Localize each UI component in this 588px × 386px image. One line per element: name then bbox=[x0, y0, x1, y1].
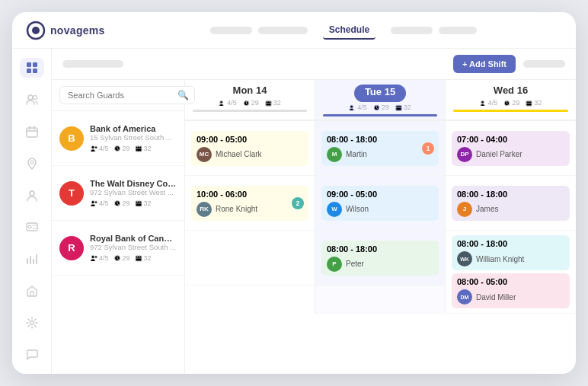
shift-avatar: J bbox=[457, 202, 472, 217]
svg-point-14 bbox=[91, 146, 94, 149]
header-left-phs bbox=[210, 27, 308, 34]
shift-avatar: MC bbox=[197, 147, 212, 162]
svg-point-23 bbox=[95, 256, 97, 258]
shift-person: W Wilson bbox=[327, 202, 433, 217]
shift-badge: 1 bbox=[422, 142, 434, 155]
shift-name: Michael Clark bbox=[216, 150, 262, 158]
shift-name: Wilson bbox=[346, 205, 369, 213]
calendar-body: 09:00 - 05:00 MC Michael Clark bbox=[185, 121, 576, 374]
shift-card[interactable]: 08:00 - 05:00 DM David Miller bbox=[452, 273, 570, 308]
logo-area: novagems bbox=[26, 21, 125, 40]
shift-cell-empty bbox=[185, 231, 315, 286]
svg-point-9 bbox=[30, 161, 34, 164]
search-wrapper: 🔍 bbox=[59, 86, 195, 104]
shift-cell: 09:00 - 05:00 MC Michael Clark bbox=[185, 121, 315, 176]
toolbar: + Add Shift bbox=[52, 49, 576, 80]
shift-time: 08:00 - 18:00 bbox=[457, 239, 564, 248]
logo-icon bbox=[26, 21, 46, 40]
shift-person: DM David Miller bbox=[457, 289, 564, 305]
svg-rect-21 bbox=[136, 201, 142, 206]
svg-point-1 bbox=[32, 27, 40, 34]
shift-card[interactable]: 08:00 - 18:00 J James bbox=[452, 186, 570, 221]
svg-point-6 bbox=[28, 95, 33, 100]
svg-point-10 bbox=[30, 191, 34, 196]
guard-avatar-3: R bbox=[59, 236, 84, 260]
add-shift-button[interactable]: + Add Shift bbox=[453, 55, 516, 73]
guard-info-1: Bank of America 15 Sylvan Street South .… bbox=[90, 124, 177, 152]
guard-info-2: The Walt Disney Com... 972 Sylvan Street… bbox=[90, 179, 177, 207]
guard-name-3: Royal Bank of Canada bbox=[90, 234, 177, 243]
shift-avatar: DM bbox=[457, 289, 472, 305]
header-ph-1 bbox=[210, 27, 252, 34]
shift-avatar: W bbox=[327, 202, 342, 217]
shift-card[interactable]: 09:00 - 05:00 W Wilson bbox=[321, 186, 439, 221]
search-bar: 🔍 bbox=[52, 80, 184, 111]
shift-time: 07:00 - 04:00 bbox=[457, 135, 564, 144]
header-ph-4 bbox=[439, 27, 477, 34]
svg-point-12 bbox=[28, 225, 31, 228]
guard-stat-guard: 4/5 bbox=[90, 145, 109, 152]
shift-time: 08:00 - 18:00 bbox=[327, 135, 433, 144]
svg-rect-25 bbox=[136, 256, 142, 261]
shift-card[interactable]: 09:00 - 05:00 MC Michael Clark bbox=[191, 131, 308, 166]
sidebar-item-person[interactable] bbox=[20, 186, 44, 206]
sidebar-item-grid[interactable] bbox=[20, 58, 44, 78]
shift-card[interactable]: 08:00 - 18:00 P Peter bbox=[321, 241, 439, 276]
header: novagems Schedule bbox=[12, 12, 576, 49]
shift-card[interactable]: 07:00 - 04:00 DP Daniel Parker bbox=[452, 131, 570, 166]
guard-name-2: The Walt Disney Com... bbox=[90, 179, 177, 188]
day-bar-wed bbox=[453, 110, 568, 112]
shift-person: MC Michael Clark bbox=[197, 147, 303, 162]
sidebar-item-home[interactable] bbox=[20, 281, 44, 301]
sidebar-item-location[interactable] bbox=[20, 154, 44, 174]
svg-rect-2 bbox=[27, 62, 31, 67]
guard-stats-2: 4/5 29 32 bbox=[90, 199, 177, 207]
day-stats-wed: 4/5 29 32 bbox=[453, 99, 568, 107]
sidebar-item-calendar[interactable] bbox=[20, 122, 44, 142]
day-header-tue: Tue 15 4/5 29 bbox=[315, 80, 446, 120]
guard-row: T The Walt Disney Com... 972 Sylvan Stre… bbox=[52, 166, 184, 221]
sidebar-item-users[interactable] bbox=[20, 90, 44, 110]
shift-cell: 08:00 - 18:00 WK William Knight bbox=[446, 231, 576, 314]
day-header-mon: Mon 14 4/5 29 bbox=[185, 80, 315, 120]
svg-point-7 bbox=[33, 95, 37, 99]
header-ph-3 bbox=[391, 27, 433, 34]
shift-cell: 10:00 - 06:00 RK Rone Knight 2 bbox=[185, 176, 315, 231]
guard-info-3: Royal Bank of Canada 972 Sylvan Street S… bbox=[90, 234, 177, 262]
day-stats-tue: 4/5 29 32 bbox=[323, 104, 437, 111]
shift-person: J James bbox=[457, 202, 564, 217]
day-column-mon: 09:00 - 05:00 MC Michael Clark bbox=[185, 121, 315, 314]
shift-cell: 08:00 - 18:00 M Martin 1 bbox=[315, 121, 445, 176]
shift-name: Peter bbox=[346, 260, 364, 268]
app-container: novagems Schedule bbox=[12, 12, 576, 374]
sidebar-item-settings[interactable] bbox=[20, 313, 44, 333]
shift-time: 09:00 - 05:00 bbox=[197, 135, 303, 144]
shift-time: 08:00 - 18:00 bbox=[327, 244, 433, 254]
shift-card[interactable]: 08:00 - 18:00 M Martin 1 bbox=[321, 131, 439, 166]
day-bar-tue bbox=[323, 114, 437, 116]
shift-time: 08:00 - 05:00 bbox=[457, 277, 564, 286]
shift-person: RK Rone Knight bbox=[197, 202, 303, 217]
svg-point-26 bbox=[220, 100, 223, 104]
sidebar-item-id[interactable] bbox=[20, 218, 44, 238]
guard-rows: B Bank of America 15 Sylvan Street South… bbox=[52, 111, 184, 374]
day-column-tue: 08:00 - 18:00 M Martin 1 bbox=[315, 121, 446, 314]
svg-point-32 bbox=[481, 100, 484, 104]
guard-stats-3: 4/5 29 32 bbox=[90, 254, 177, 262]
sidebar-item-chat[interactable] bbox=[20, 345, 44, 365]
shift-card[interactable]: 10:00 - 06:00 RK Rone Knight 2 bbox=[191, 186, 308, 221]
guard-stats-1: 4/5 29 32 bbox=[90, 145, 177, 152]
calendar-grid: Mon 14 4/5 29 bbox=[185, 80, 576, 374]
tab-schedule[interactable]: Schedule bbox=[323, 21, 375, 40]
shift-card[interactable]: 08:00 - 18:00 WK William Knight bbox=[452, 235, 570, 270]
toolbar-ph-2 bbox=[523, 60, 565, 68]
shift-time: 10:00 - 06:00 bbox=[197, 190, 303, 199]
sidebar bbox=[12, 49, 52, 374]
search-input[interactable] bbox=[59, 86, 195, 104]
svg-rect-3 bbox=[33, 62, 37, 67]
sidebar-item-chart[interactable] bbox=[20, 249, 44, 269]
shift-name: James bbox=[476, 205, 498, 213]
svg-point-18 bbox=[91, 201, 94, 204]
shift-avatar: DP bbox=[457, 147, 472, 162]
shift-name: Martin bbox=[346, 150, 367, 158]
